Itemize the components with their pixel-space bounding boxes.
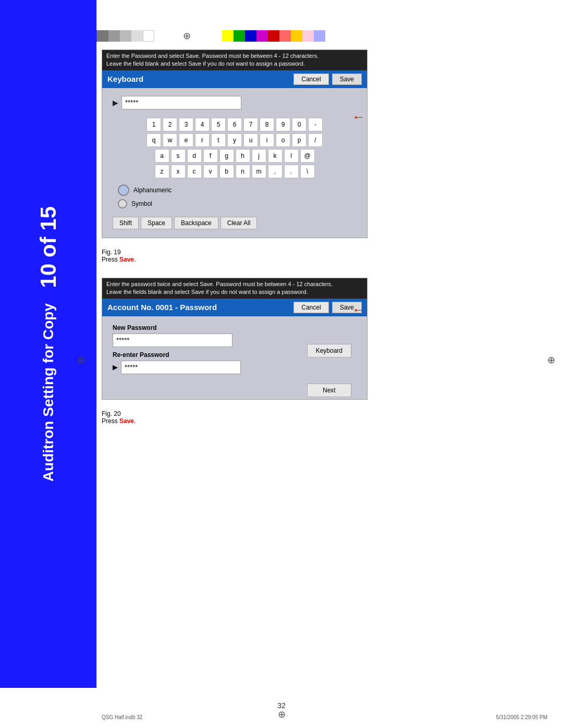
key-l[interactable]: l: [284, 149, 299, 163]
keyboard-body: ▶ 1 2 3 4 5 6 7 8 9 0 - q: [102, 88, 367, 238]
key-3[interactable]: 3: [179, 118, 193, 131]
keyboard-button[interactable]: Keyboard: [307, 344, 351, 357]
key-t[interactable]: t: [211, 133, 226, 147]
space-button[interactable]: Space: [141, 217, 172, 229]
key-5[interactable]: 5: [211, 118, 226, 131]
fig20-instr-action: Save: [119, 417, 134, 425]
backspace-button[interactable]: Backspace: [174, 217, 218, 229]
key-row-2: q w e r t y u i o p /: [146, 133, 323, 147]
footer-crosshair: ⊕: [278, 709, 286, 720]
key-c[interactable]: c: [187, 165, 202, 178]
key-8[interactable]: 8: [260, 118, 274, 131]
key-7[interactable]: 7: [243, 118, 258, 131]
keyboard-options: Alphanumeric Symbol: [118, 184, 357, 208]
color-swatch: [108, 30, 120, 42]
reenter-input-row: ▶: [113, 361, 290, 374]
key-h[interactable]: h: [236, 149, 250, 163]
key-v[interactable]: v: [203, 165, 218, 178]
key-n[interactable]: n: [236, 165, 250, 178]
key-m[interactable]: m: [252, 165, 266, 178]
key-minus[interactable]: -: [308, 118, 323, 131]
color-swatch: [97, 30, 108, 42]
fig19-instr-prefix: Press: [102, 256, 119, 263]
spacer: [102, 272, 547, 278]
key-period[interactable]: .: [284, 165, 299, 178]
fig20-instruction: Press Save.: [102, 417, 547, 425]
key-6[interactable]: 6: [227, 118, 242, 131]
fig19-instr-action: Save: [119, 256, 134, 263]
red-arrow-fig20: ←: [352, 302, 365, 318]
left-crosshair: ⊕: [77, 354, 85, 366]
key-z[interactable]: z: [155, 165, 169, 178]
alphanumeric-label: Alphanumeric: [133, 187, 172, 194]
key-0[interactable]: 0: [292, 118, 307, 131]
fig19-instr-suffix: .: [134, 256, 136, 263]
key-d[interactable]: d: [187, 149, 202, 163]
key-o[interactable]: o: [276, 133, 290, 147]
key-q[interactable]: q: [146, 133, 161, 147]
key-x[interactable]: x: [171, 165, 186, 178]
key-at[interactable]: @: [300, 149, 315, 163]
fig19-label: Fig. 19: [102, 249, 547, 256]
color-swatch: [279, 30, 291, 42]
key-9[interactable]: 9: [276, 118, 290, 131]
fig19-panel: Enter the Password and select Save. Pass…: [102, 50, 368, 238]
keyboard-keys: 1 2 3 4 5 6 7 8 9 0 - q w e r t: [113, 118, 357, 178]
next-button[interactable]: Next: [307, 384, 351, 397]
color-swatch: [245, 30, 256, 42]
crosshair-icon: ⊕: [183, 30, 191, 42]
reenter-cursor-icon: ▶: [113, 363, 118, 371]
symbol-label: Symbol: [131, 200, 152, 207]
alphanumeric-radio[interactable]: [118, 184, 129, 196]
fig19-save-button[interactable]: Save: [332, 73, 362, 85]
alphanumeric-option: Alphanumeric: [118, 184, 357, 196]
clear-all-button[interactable]: Clear All: [221, 217, 258, 229]
color-swatch: [302, 30, 314, 42]
key-k[interactable]: k: [268, 149, 283, 163]
key-a[interactable]: a: [155, 149, 169, 163]
key-backslash[interactable]: \: [300, 165, 315, 178]
key-i[interactable]: i: [260, 133, 274, 147]
reenter-password-field[interactable]: [121, 361, 241, 374]
password-field[interactable]: [121, 96, 241, 109]
color-swatch: [268, 30, 279, 42]
key-2[interactable]: 2: [163, 118, 177, 131]
key-g[interactable]: g: [219, 149, 234, 163]
fig19-header-line2: Leave the field blank and select Save if…: [106, 60, 363, 68]
key-slash[interactable]: /: [308, 133, 323, 147]
sidebar-title: Auditron Setting for Copy: [40, 303, 57, 482]
key-w[interactable]: w: [163, 133, 177, 147]
footer-right: 5/31/2005 2:29:05 PM: [496, 714, 547, 720]
fig19-caption: Fig. 19 Press Save.: [102, 249, 547, 263]
fig19-btn-group: Cancel Save: [293, 73, 362, 85]
key-comma[interactable]: ,: [268, 165, 283, 178]
keyboard-bottom-row: Shift Space Backspace Clear All: [113, 214, 357, 232]
color-swatch: [143, 30, 154, 42]
fig20-cancel-button[interactable]: Cancel: [293, 302, 328, 313]
color-swatch: [291, 30, 302, 42]
key-p[interactable]: p: [292, 133, 307, 147]
key-4[interactable]: 4: [195, 118, 210, 131]
key-row-3: a s d f g h j k l @: [155, 149, 315, 163]
shift-button[interactable]: Shift: [113, 217, 139, 229]
fig20-header-line1: Enter the password twice and select Save…: [106, 280, 363, 288]
key-y[interactable]: y: [227, 133, 242, 147]
key-u[interactable]: u: [243, 133, 258, 147]
account-password-title: Account No. 0001 - Password: [107, 303, 217, 312]
key-row-1: 1 2 3 4 5 6 7 8 9 0 -: [146, 118, 323, 131]
symbol-radio[interactable]: [118, 199, 127, 208]
new-password-field[interactable]: [113, 334, 232, 347]
key-b[interactable]: b: [219, 165, 234, 178]
red-arrow-fig19: ←: [352, 109, 365, 125]
key-s[interactable]: s: [171, 149, 186, 163]
key-r[interactable]: r: [195, 133, 210, 147]
fig20-title-row: Account No. 0001 - Password Cancel Save: [102, 299, 367, 316]
key-1[interactable]: 1: [146, 118, 161, 131]
symbol-option: Symbol: [118, 199, 357, 208]
key-j[interactable]: j: [252, 149, 266, 163]
fig19-cancel-button[interactable]: Cancel: [293, 73, 328, 85]
color-swatch: [120, 30, 131, 42]
key-f[interactable]: f: [203, 149, 218, 163]
sidebar: 10 of 15 Auditron Setting for Copy: [0, 0, 96, 688]
key-e[interactable]: e: [179, 133, 193, 147]
